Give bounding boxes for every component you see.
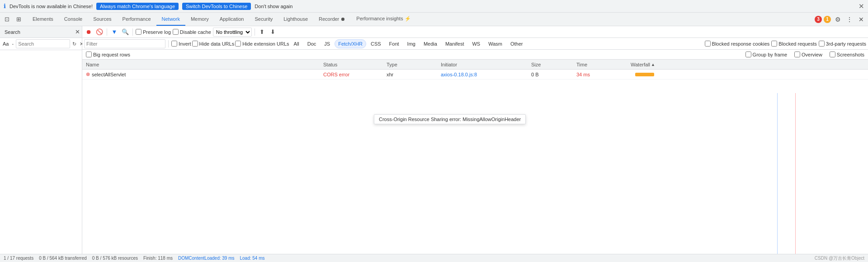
disable-cache-checkbox[interactable] bbox=[173, 29, 179, 35]
col-time[interactable]: Time bbox=[575, 62, 629, 67]
refresh-search-btn[interactable]: ↻ bbox=[72, 41, 76, 47]
filter-btn[interactable]: ▼ bbox=[110, 28, 119, 37]
col-waterfall[interactable]: Waterfall ▲ bbox=[629, 62, 866, 67]
tab-elements[interactable]: Elements bbox=[27, 13, 59, 26]
notif-icon: ℹ bbox=[4, 3, 6, 9]
close-devtools-icon[interactable]: ✕ bbox=[856, 14, 866, 24]
tab-network[interactable]: Network bbox=[156, 13, 185, 26]
clear-btn[interactable]: 🚫 bbox=[95, 28, 104, 37]
pill-img[interactable]: Img bbox=[404, 39, 419, 48]
overview-label[interactable]: Overview bbox=[794, 51, 822, 57]
inspect-icon[interactable]: ⊡ bbox=[2, 14, 12, 24]
blocked-cookies-label[interactable]: Blocked response cookies bbox=[705, 41, 770, 47]
aa-label: Aa bbox=[2, 41, 9, 47]
blocked-requests-checkbox[interactable] bbox=[771, 41, 777, 47]
hide-data-checkbox[interactable] bbox=[192, 41, 198, 47]
tab-recorder[interactable]: Recorder ⏺ bbox=[313, 13, 351, 26]
switch-devtools-btn[interactable]: Switch DevTools to Chinese bbox=[182, 3, 251, 10]
tab-console[interactable]: Console bbox=[59, 13, 88, 26]
pill-js[interactable]: JS bbox=[321, 39, 334, 48]
dot-separator: · bbox=[11, 40, 14, 47]
tab-memory[interactable]: Memory bbox=[185, 13, 214, 26]
left-search-panel: Search ✕ Aa · ↻ ✕ bbox=[0, 26, 82, 262]
hide-data-label[interactable]: Hide data URLs bbox=[192, 41, 235, 47]
toolbar-separator-1 bbox=[107, 28, 107, 36]
cell-size: 0 B bbox=[529, 72, 575, 77]
third-party-checkbox[interactable] bbox=[819, 41, 825, 47]
type-filter-row: Invert Hide data URLs Hide extension URL… bbox=[82, 38, 868, 50]
status-transferred: 0 B / 564 kB transferred bbox=[39, 256, 87, 261]
screenshots-label[interactable]: Screenshots bbox=[830, 51, 864, 57]
timing-line-red bbox=[795, 93, 796, 254]
throttle-select[interactable]: No throttling Fast 3G Slow 3G Offline bbox=[213, 28, 252, 37]
always-match-btn[interactable]: Always match Chrome's language bbox=[96, 3, 179, 10]
dom-content-loaded-link[interactable]: DOMContentLoaded: 39 ms bbox=[178, 256, 235, 261]
pill-doc[interactable]: Doc bbox=[304, 39, 320, 48]
tab-performance[interactable]: Performance bbox=[117, 13, 156, 26]
timing-line-blue bbox=[777, 93, 778, 254]
main-area: Search ✕ Aa · ↻ ✕ ⏺ 🚫 ▼ 🔍 bbox=[0, 26, 868, 262]
overview-checkbox[interactable] bbox=[794, 51, 800, 57]
pill-other[interactable]: Other bbox=[507, 39, 527, 48]
record-btn[interactable]: ⏺ bbox=[84, 28, 93, 37]
big-rows-label[interactable]: Big request rows bbox=[86, 51, 130, 57]
search-btn[interactable]: 🔍 bbox=[121, 28, 130, 37]
col-size[interactable]: Size bbox=[529, 62, 575, 67]
blocked-cookies-checkbox[interactable] bbox=[705, 41, 711, 47]
search-input-wrap bbox=[16, 39, 70, 48]
search-close-icon[interactable]: ✕ bbox=[75, 28, 80, 35]
pill-all[interactable]: All bbox=[290, 39, 303, 48]
col-name[interactable]: Name bbox=[84, 62, 321, 67]
pill-media[interactable]: Media bbox=[420, 39, 441, 48]
toolbar-separator-3 bbox=[255, 28, 255, 36]
preserve-log-checkbox[interactable] bbox=[136, 29, 142, 35]
device-icon[interactable]: ⊞ bbox=[14, 14, 24, 24]
cell-status: CORS error bbox=[321, 72, 385, 77]
blocked-requests-label[interactable]: Blocked requests bbox=[771, 41, 816, 47]
tab-application[interactable]: Application bbox=[214, 13, 250, 26]
import-har-btn[interactable]: ⬆ bbox=[258, 28, 267, 37]
hide-ext-checkbox[interactable] bbox=[235, 41, 241, 47]
options-row: Big request rows Group by frame Overview… bbox=[82, 50, 868, 60]
tab-performance-insights[interactable]: Performance insights ⚡ bbox=[351, 13, 416, 26]
invert-label[interactable]: Invert bbox=[171, 41, 191, 47]
notif-close-icon[interactable]: ✕ bbox=[859, 2, 864, 10]
invert-checkbox[interactable] bbox=[171, 41, 177, 47]
search-input[interactable] bbox=[16, 39, 70, 48]
hide-ext-label[interactable]: Hide extension URLs bbox=[235, 41, 289, 47]
more-options-icon[interactable]: ⋮ bbox=[844, 14, 854, 24]
status-bar: 1 / 17 requests 0 B / 564 kB transferred… bbox=[0, 254, 868, 262]
filter-input[interactable] bbox=[84, 39, 165, 48]
col-type[interactable]: Type bbox=[385, 62, 439, 67]
group-frame-label[interactable]: Group by frame bbox=[745, 51, 787, 57]
pill-font[interactable]: Font bbox=[386, 39, 403, 48]
settings-icon[interactable]: ⚙ bbox=[833, 14, 843, 24]
big-rows-checkbox[interactable] bbox=[86, 51, 92, 57]
export-har-btn[interactable]: ⬇ bbox=[269, 28, 278, 37]
screenshots-checkbox[interactable] bbox=[830, 51, 835, 57]
dont-show-again-link[interactable]: Don't show again bbox=[255, 4, 292, 9]
watermark-text: CSDN @万古长青Object bbox=[815, 255, 864, 262]
waterfall-bar-wrap bbox=[631, 71, 864, 78]
pill-fetch-xhr[interactable]: Fetch/XHR bbox=[335, 39, 366, 48]
tab-sources[interactable]: Sources bbox=[88, 13, 117, 26]
filter-separator bbox=[168, 40, 169, 47]
pill-ws[interactable]: WS bbox=[468, 39, 484, 48]
initiator-link[interactable]: axios-0.18.0.js:8 bbox=[441, 72, 477, 77]
tab-lighthouse[interactable]: Lighthouse bbox=[278, 13, 313, 26]
tabs-right-area: 3 1 ⚙ ⋮ ✕ bbox=[815, 14, 866, 24]
disable-cache-label[interactable]: Disable cache bbox=[173, 29, 211, 35]
load-link[interactable]: Load: 54 ms bbox=[240, 256, 265, 261]
group-frame-checkbox[interactable] bbox=[745, 51, 751, 57]
warning-badge: 1 bbox=[824, 16, 831, 23]
tab-security[interactable]: Security bbox=[249, 13, 278, 26]
pill-manifest[interactable]: Manifest bbox=[442, 39, 468, 48]
table-row[interactable]: ⊗ selectAllServlet CORS error xhr axios-… bbox=[82, 70, 868, 80]
pill-wasm[interactable]: Wasm bbox=[485, 39, 506, 48]
third-party-label[interactable]: 3rd-party requests bbox=[819, 41, 866, 47]
col-status[interactable]: Status bbox=[321, 62, 385, 67]
request-name: selectAllServlet bbox=[92, 72, 126, 77]
preserve-log-label[interactable]: Preserve log bbox=[136, 29, 171, 35]
col-initiator[interactable]: Initiator bbox=[439, 62, 529, 67]
pill-css[interactable]: CSS bbox=[367, 39, 385, 48]
